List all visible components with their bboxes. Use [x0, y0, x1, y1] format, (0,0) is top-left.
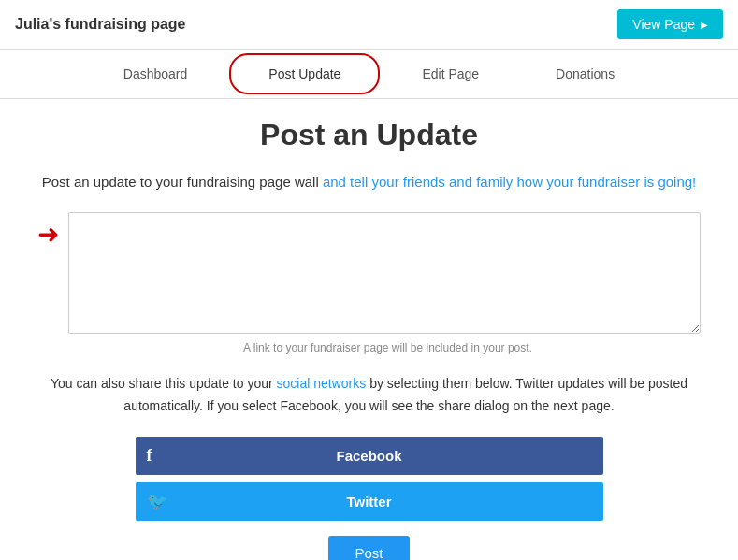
post-button[interactable]: Post	[328, 536, 409, 560]
twitter-icon: 🐦	[147, 491, 167, 511]
post-button-container: Post	[37, 536, 701, 560]
intro-description: Post an update to your fundraising page …	[37, 171, 701, 194]
textarea-hint: A link to your fundraiser page will be i…	[37, 341, 701, 354]
twitter-button[interactable]: 🐦 Twitter	[136, 482, 603, 521]
twitter-label: Twitter	[346, 494, 391, 510]
share-desc-part1: You can also share this update to your	[51, 376, 273, 391]
desc-part2: and tell your friends and family how you…	[323, 174, 696, 190]
share-desc-link1: social networks	[277, 376, 367, 391]
tab-donations[interactable]: Donations	[517, 50, 653, 98]
view-page-button[interactable]: View Page	[617, 9, 723, 39]
share-description: You can also share this update to your s…	[37, 373, 701, 418]
facebook-label: Facebook	[336, 448, 401, 464]
arrow-icon: ➜	[37, 222, 59, 248]
nav-tabs: Dashboard Post Update Edit Page Donation…	[0, 50, 738, 99]
tab-post-update[interactable]: Post Update	[229, 53, 380, 94]
page-header: Julia's fundraising page View Page	[0, 0, 738, 50]
update-textarea[interactable]	[68, 212, 701, 334]
page-title: Julia's fundraising page	[15, 16, 186, 33]
tab-dashboard[interactable]: Dashboard	[85, 50, 226, 98]
social-buttons-container: f Facebook 🐦 Twitter	[37, 437, 701, 521]
facebook-button[interactable]: f Facebook	[136, 437, 603, 475]
tab-edit-page[interactable]: Edit Page	[383, 50, 517, 98]
page-heading: Post an Update	[37, 118, 701, 152]
main-content: Post an Update Post an update to your fu…	[0, 99, 738, 560]
update-input-area: ➜	[37, 212, 701, 334]
facebook-icon: f	[147, 446, 152, 466]
desc-part1: Post an update to your fundraising page …	[42, 174, 319, 190]
